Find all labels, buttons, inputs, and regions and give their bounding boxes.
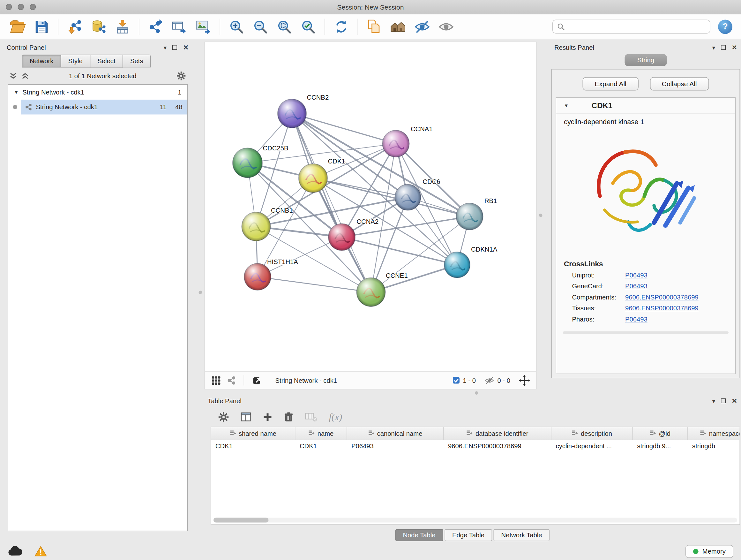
- save-session-button[interactable]: [30, 16, 54, 38]
- column-header-shared-name[interactable]: shared name: [211, 427, 295, 440]
- column-header-name[interactable]: name: [295, 427, 347, 440]
- network-row-selected[interactable]: String Network - cdk1 11 48: [21, 100, 187, 115]
- table-row[interactable]: CDK1CDK1P064939606.ENSP00000378699cyclin…: [211, 440, 740, 453]
- zoom-in-button[interactable]: [225, 16, 249, 38]
- open-session-button[interactable]: [6, 16, 30, 38]
- open-in-new-window-icon[interactable]: [252, 375, 263, 386]
- network-row[interactable]: String Network - cdk1 11 48: [8, 100, 187, 115]
- function-builder-button[interactable]: f(x): [329, 412, 342, 423]
- duplicate-network-button[interactable]: [362, 16, 387, 38]
- panel-float-button[interactable]: ▾: [712, 398, 716, 404]
- network-node-CDK1[interactable]: [299, 164, 327, 192]
- tab-select[interactable]: Select: [90, 55, 123, 68]
- results-scrollbar[interactable]: [563, 331, 729, 334]
- hide-selected-button[interactable]: [410, 16, 434, 38]
- zoom-fit-button[interactable]: [273, 16, 296, 38]
- network-edge[interactable]: [258, 277, 371, 292]
- export-network-button[interactable]: [144, 16, 167, 38]
- tab-string[interactable]: String: [625, 54, 667, 66]
- add-column-plus-icon[interactable]: [263, 412, 273, 422]
- panel-maximize-button[interactable]: [721, 398, 726, 403]
- table-cell-name[interactable]: CDK1: [295, 440, 347, 453]
- network-edge[interactable]: [292, 114, 371, 293]
- memory-button[interactable]: Memory: [685, 545, 733, 558]
- expand-all-icon[interactable]: [22, 72, 29, 80]
- crosslink-value-link[interactable]: P06493: [625, 316, 648, 323]
- table-settings-gear-icon[interactable]: [218, 412, 229, 422]
- table-cell-database-identifier[interactable]: 9606.ENSP00000378699: [444, 440, 552, 453]
- table-cell-canonical-name[interactable]: P06493: [347, 440, 444, 453]
- crosslink-value-link[interactable]: P06493: [625, 272, 648, 279]
- scrollbar-thumb[interactable]: [213, 518, 269, 523]
- tab-node-table[interactable]: Node Table: [395, 530, 443, 542]
- export-image-button[interactable]: [192, 16, 215, 38]
- network-node-CCNA2[interactable]: [328, 224, 355, 251]
- column-header-canonical-name[interactable]: canonical name: [347, 427, 444, 440]
- network-edge[interactable]: [292, 114, 396, 144]
- gene-section-header[interactable]: ▼ CDK1: [556, 98, 735, 114]
- import-network-database-button[interactable]: [87, 16, 111, 38]
- zoom-out-button[interactable]: [249, 16, 273, 38]
- network-node-CCNE1[interactable]: [357, 278, 386, 307]
- network-node-CDKN1A[interactable]: [444, 252, 470, 278]
- import-network-file-button[interactable]: [63, 16, 87, 38]
- panel-maximize-button[interactable]: [721, 45, 726, 50]
- hidden-elements-indicator[interactable]: 0 - 0: [484, 376, 510, 384]
- zoom-window-button[interactable]: [30, 4, 36, 10]
- table-cell-namespace[interactable]: stringdb: [688, 440, 740, 453]
- network-node-HIST1H1A[interactable]: [244, 263, 271, 290]
- network-node-RB1[interactable]: [456, 203, 483, 230]
- search-box[interactable]: [552, 20, 711, 34]
- first-neighbors-button[interactable]: [387, 16, 410, 38]
- panel-float-button[interactable]: ▾: [712, 44, 716, 51]
- help-button[interactable]: ?: [718, 19, 732, 34]
- splitter-handle[interactable]: [199, 291, 202, 294]
- expand-all-button[interactable]: Expand All: [583, 77, 638, 91]
- panel-close-button[interactable]: ✕: [731, 44, 737, 51]
- export-table-button[interactable]: [167, 16, 192, 38]
- search-input[interactable]: [568, 23, 705, 30]
- collapse-all-button[interactable]: Collapse All: [650, 77, 709, 91]
- tab-sets[interactable]: Sets: [123, 55, 151, 68]
- column-header-description[interactable]: description: [551, 427, 633, 440]
- tab-style[interactable]: Style: [61, 55, 90, 68]
- tab-network[interactable]: Network: [22, 55, 61, 68]
- selected-nodes-indicator[interactable]: 1 - 0: [452, 376, 476, 384]
- network-node-CDC6[interactable]: [395, 185, 421, 210]
- delete-column-trash-icon[interactable]: [284, 412, 293, 422]
- network-node-CCNA1[interactable]: [383, 130, 409, 157]
- cloud-status-icon[interactable]: [8, 546, 22, 557]
- crosslink-value-link[interactable]: 9606.ENSP00000378699: [625, 294, 698, 301]
- tab-edge-table[interactable]: Edge Table: [445, 530, 492, 542]
- crosslink-value-link[interactable]: 9606.ENSP00000378699: [625, 305, 698, 312]
- network-graph[interactable]: CCNB2CCNA1CDC25BCDK1CDC6RB1CCNB1CCNA2CDK…: [205, 42, 536, 371]
- pan-crosshair-icon[interactable]: [519, 375, 530, 386]
- network-node-CCNB1[interactable]: [242, 212, 271, 241]
- show-all-button[interactable]: [434, 16, 458, 38]
- tab-network-table[interactable]: Network Table: [494, 530, 550, 542]
- network-canvas[interactable]: CCNB2CCNA1CDC25BCDK1CDC6RB1CCNB1CCNA2CDK…: [205, 42, 536, 371]
- collapse-all-icon[interactable]: [10, 72, 17, 80]
- column-header-id[interactable]: @id: [633, 427, 688, 440]
- delete-table-icon[interactable]: [305, 412, 318, 422]
- apply-layout-button[interactable]: [329, 16, 353, 38]
- tree-expand-caret-icon[interactable]: ▼: [14, 90, 19, 95]
- zoom-selected-button[interactable]: [296, 16, 320, 38]
- table-cell-shared-name[interactable]: CDK1: [211, 440, 295, 453]
- warning-icon[interactable]: [35, 546, 47, 557]
- show-columns-icon[interactable]: [240, 412, 252, 423]
- column-header-namespace[interactable]: namespace: [688, 427, 740, 440]
- close-window-button[interactable]: [6, 4, 12, 10]
- network-collection-row[interactable]: ▼ String Network - cdk1 1: [8, 85, 187, 100]
- panel-maximize-button[interactable]: [172, 45, 177, 50]
- crosslink-value-link[interactable]: P06493: [625, 283, 648, 290]
- network-node-CCNB2[interactable]: [278, 99, 307, 128]
- network-options-gear-icon[interactable]: [177, 71, 186, 81]
- network-edge[interactable]: [258, 237, 342, 277]
- import-table-button[interactable]: [111, 16, 135, 38]
- panel-float-button[interactable]: ▾: [164, 44, 167, 51]
- splitter-handle[interactable]: [475, 391, 478, 395]
- panel-close-button[interactable]: ✕: [183, 44, 189, 51]
- table-horizontal-scrollbar[interactable]: [213, 518, 737, 523]
- column-header-database-identifier[interactable]: database identifier: [444, 427, 552, 440]
